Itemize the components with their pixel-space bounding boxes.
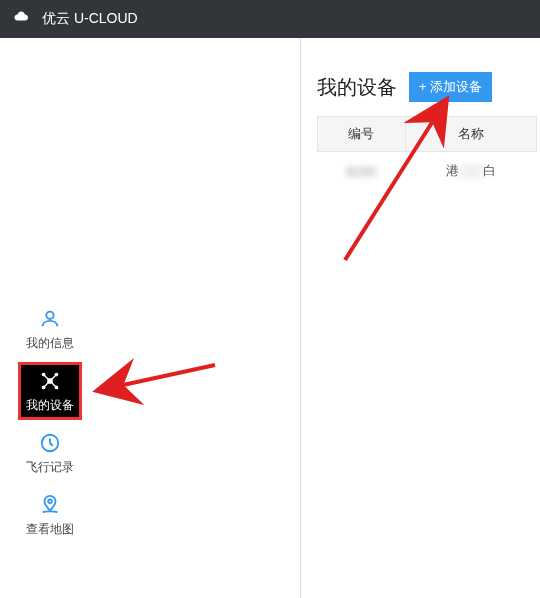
col-name: 名称 (405, 117, 536, 152)
svg-line-9 (52, 382, 57, 387)
sidebar-item-flights[interactable]: 飞行记录 (18, 424, 82, 482)
svg-point-0 (46, 311, 53, 318)
sidebar-label: 我的设备 (26, 397, 74, 414)
svg-line-13 (100, 365, 215, 390)
map-pin-icon (38, 493, 62, 517)
user-icon (38, 307, 62, 331)
svg-line-6 (44, 374, 49, 379)
main-content: 我的设备 + 添加设备 编号 名称 B290 港▢▢白 (300, 38, 540, 598)
sidebar-label: 飞行记录 (26, 459, 74, 476)
device-table: 编号 名称 B290 港▢▢白 (317, 116, 537, 191)
cell-id: B290 (318, 152, 406, 191)
sidebar-item-map[interactable]: 查看地图 (18, 486, 82, 544)
drone-icon (38, 369, 62, 393)
logo-icon (8, 9, 36, 29)
add-device-button[interactable]: + 添加设备 (409, 72, 492, 102)
col-id: 编号 (318, 117, 406, 152)
sidebar: 我的信息 我的设备 飞行记录 查看地图 (18, 300, 82, 548)
app-title: 优云 U-CLOUD (42, 10, 138, 28)
svg-line-8 (44, 382, 49, 387)
sidebar-label: 查看地图 (26, 521, 74, 538)
clock-icon (38, 431, 62, 455)
table-row[interactable]: B290 港▢▢白 (318, 152, 537, 191)
sidebar-item-profile[interactable]: 我的信息 (18, 300, 82, 358)
svg-line-7 (52, 374, 57, 379)
svg-point-11 (48, 499, 52, 503)
main-header: 我的设备 + 添加设备 (317, 72, 540, 102)
app-header: 优云 U-CLOUD (0, 0, 540, 38)
sidebar-item-devices[interactable]: 我的设备 (18, 362, 82, 420)
sidebar-label: 我的信息 (26, 335, 74, 352)
page-title: 我的设备 (317, 74, 397, 101)
cell-name: 港▢▢白 (405, 152, 536, 191)
